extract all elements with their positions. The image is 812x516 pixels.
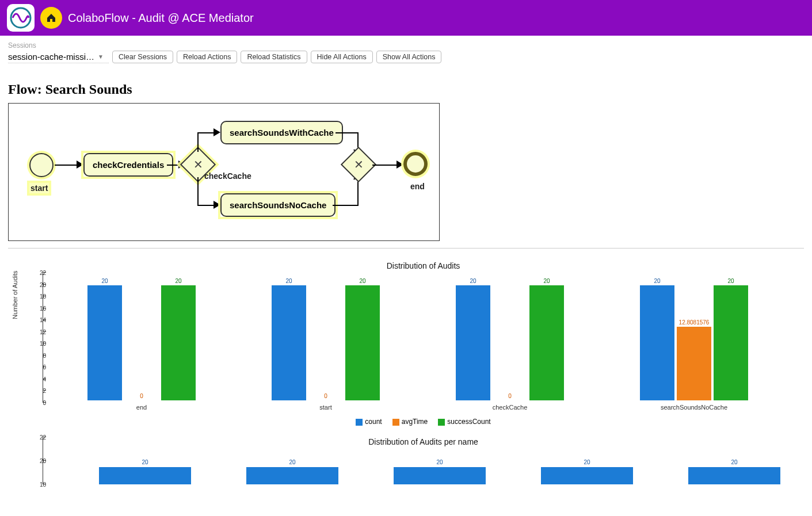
chart1-bar: 20 (714, 285, 748, 400)
chart1-bar-label: 0 (324, 393, 327, 399)
chart1-ytick: 10 (29, 341, 46, 347)
chart1-bar-label: 20 (101, 278, 108, 284)
flow-title: Flow: Search Sounds (8, 82, 804, 97)
chart1-ylabel: Number of Audits (12, 270, 18, 319)
chart2-bar-label: 20 (584, 459, 590, 465)
chart1-bar-label: 0 (140, 393, 143, 399)
chart1-category-label: checkCache (493, 404, 528, 411)
waveform-icon (9, 6, 32, 29)
legend-swatch (392, 419, 399, 426)
chart1-category-label: end (136, 404, 147, 411)
chart1-ytick: 12 (29, 328, 46, 335)
chart1-ytick: 8 (29, 352, 46, 358)
chevron-down-icon: ▼ (98, 53, 104, 60)
flow-node-check-credentials[interactable]: checkCredentials (83, 153, 173, 177)
chart1-bar-label: 20 (359, 278, 365, 284)
chart1-ytick: 20 (29, 281, 46, 288)
chart2-bar: 20 (394, 467, 486, 484)
chart2-bar: 20 (246, 467, 338, 484)
chart2-bar-label: 20 (731, 459, 737, 465)
chart1-ytick: 2 (29, 388, 46, 394)
chart1-bar-label: 12.8081576 (679, 319, 710, 326)
flow-node-end[interactable] (403, 152, 428, 176)
chart2-ytick: 20 (29, 458, 46, 464)
chart1-bar: 20 (640, 285, 674, 400)
show-all-actions-button[interactable]: Show All Actions (376, 51, 442, 63)
chart2-ytick: 22 (29, 434, 46, 441)
chart1-group: 20020end (73, 274, 211, 400)
chart1-bar: 20 (161, 285, 196, 400)
flow-node-search-with-cache[interactable]: searchSoundsWithCache (220, 121, 343, 144)
chart1-title: Distribution of Audits (48, 261, 798, 270)
toolbar: session-cache-missi… ▼ Clear Sessions Re… (8, 51, 804, 63)
chart2-bar: 20 (688, 467, 780, 484)
chart2-bar: 20 (99, 467, 191, 484)
app-topbar: ColaboFlow - Audit @ ACE Mediator (0, 0, 812, 36)
chart1-bar-label: 0 (508, 393, 512, 399)
chart-distribution-per-name: Distribution of Audits per name 182022 2… (8, 437, 804, 484)
hide-all-actions-button[interactable]: Hide All Actions (311, 51, 373, 63)
chart1-bar: 20 (87, 285, 122, 400)
app-title: ColaboFlow - Audit @ ACE Mediator (68, 12, 254, 25)
flow-node-end-label: end (410, 182, 425, 191)
chart2-bar-label: 20 (289, 459, 295, 465)
chart1-ytick: 18 (29, 293, 46, 300)
chart1-legend-item: successCount (438, 418, 490, 426)
flow-gateway-merge[interactable]: ✕ (341, 147, 376, 182)
chart1-bar: 20 (345, 285, 380, 400)
session-select-value: session-cache-missi… (8, 52, 94, 62)
chart1-bar-label: 20 (470, 278, 476, 284)
chart1-bar-label: 20 (285, 278, 292, 284)
chart1-bar-label: 20 (175, 278, 181, 284)
chart1-legend-item: count (356, 418, 382, 426)
chart1-legend-item: avgTime (392, 418, 428, 426)
chart1-bar: 20 (272, 285, 306, 400)
chart1-ytick: 22 (29, 270, 46, 276)
chart1-ytick: 14 (29, 317, 46, 323)
chart2-bar-label: 20 (436, 459, 443, 465)
chart1-bar-label: 20 (727, 278, 734, 284)
chart1-ytick: 6 (29, 364, 46, 370)
flow-node-start-label: start (29, 183, 49, 193)
chart1-group: 2012.808157620searchSoundsNoCache (625, 274, 763, 400)
chart1-bar: 20 (529, 285, 564, 400)
chart1-ytick: 16 (29, 305, 46, 311)
chart1-bar-label: 20 (543, 278, 550, 284)
chart1-bar: 20 (456, 285, 490, 400)
chart1-group: 20020checkCache (441, 274, 579, 400)
flow-gateway-check-cache-label: checkCache (204, 171, 251, 181)
chart2-title: Distribution of Audits per name (48, 437, 798, 446)
sessions-label: Sessions (8, 41, 804, 49)
chart2-bar: 20 (541, 467, 633, 484)
chart1-bar: 12.8081576 (677, 327, 711, 400)
chart-distribution-of-audits: Distribution of Audits Number of Audits … (8, 255, 804, 431)
session-select[interactable]: session-cache-missi… ▼ (8, 51, 109, 63)
app-logo (7, 4, 35, 32)
chart1-ytick: 4 (29, 376, 46, 382)
legend-swatch (356, 419, 363, 426)
home-button[interactable] (40, 7, 62, 29)
flow-node-start[interactable] (29, 153, 54, 177)
clear-sessions-button[interactable]: Clear Sessions (112, 51, 173, 63)
chart1-bar-label: 20 (654, 278, 660, 284)
home-icon (45, 12, 57, 24)
chart2-bar-label: 20 (142, 459, 148, 465)
reload-statistics-button[interactable]: Reload Statistics (241, 51, 307, 63)
reload-actions-button[interactable]: Reload Actions (177, 51, 237, 63)
chart1-ytick: 0 (29, 400, 46, 406)
svg-point-0 (11, 8, 31, 28)
chart1-group: 20020start (257, 274, 395, 400)
flow-diagram: start checkCredentials ✕ checkCache sear… (8, 103, 440, 241)
chart1-category-label: searchSoundsNoCache (661, 404, 727, 411)
legend-swatch (438, 419, 445, 426)
chart2-ytick: 18 (29, 481, 46, 488)
flow-node-search-no-cache[interactable]: searchSoundsNoCache (220, 193, 336, 217)
chart1-legend: countavgTimesuccessCount (48, 418, 798, 426)
chart1-category-label: start (319, 404, 331, 411)
